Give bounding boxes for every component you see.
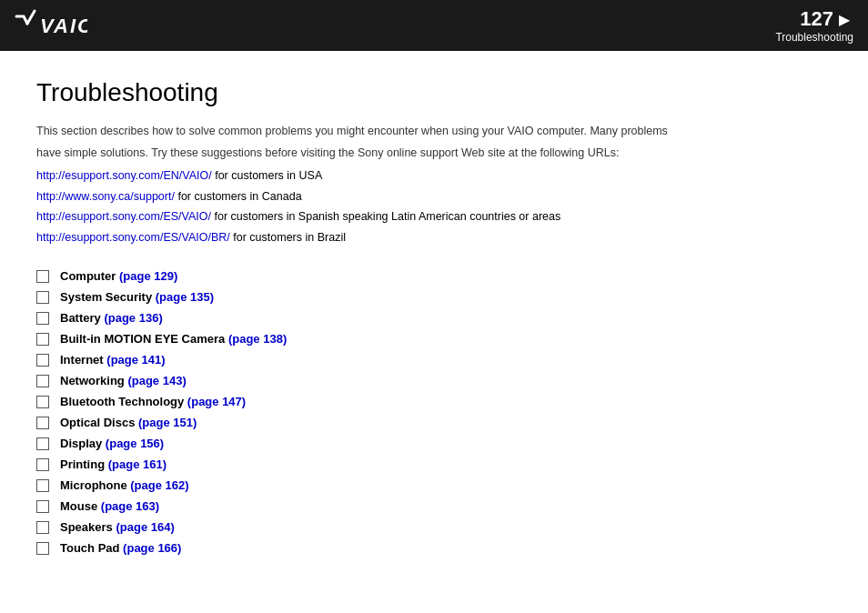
toc-checkbox <box>36 354 49 367</box>
toc-label: System Security <box>60 290 156 304</box>
toc-checkbox <box>36 521 49 534</box>
toc-page-ref[interactable]: (page 135) <box>156 290 214 304</box>
toc-text: Display (page 156) <box>60 437 164 450</box>
link-canada-suffix: for customers in Canada <box>175 190 302 203</box>
link-brazil-suffix: for customers in Brazil <box>230 231 346 244</box>
header-page-info: 127 ▶ Troubleshooting <box>775 7 853 44</box>
toc-checkbox <box>36 500 49 513</box>
link-line-2: http://www.sony.ca/support/ for customer… <box>36 186 832 207</box>
toc-label: Mouse <box>60 499 101 513</box>
page-title: Troubleshooting <box>36 78 832 107</box>
toc-page-ref[interactable]: (page 166) <box>123 541 181 555</box>
toc-text: Microphone (page 162) <box>60 478 189 492</box>
toc-page-ref[interactable]: (page 138) <box>228 332 287 346</box>
toc-checkbox <box>36 542 49 555</box>
toc-page-ref[interactable]: (page 151) <box>138 416 197 429</box>
toc-label: Computer <box>60 269 119 283</box>
toc-item: Printing (page 161) <box>36 457 832 471</box>
toc-text: Internet (page 141) <box>60 353 166 367</box>
link-line-3: http://esupport.sony.com/ES/VAIO/ for cu… <box>36 206 832 227</box>
toc-text: Printing (page 161) <box>60 457 167 471</box>
toc-page-ref[interactable]: (page 143) <box>127 374 186 387</box>
toc-page-ref[interactable]: (page 156) <box>106 437 164 450</box>
link-usa-suffix: for customers in USA <box>212 169 323 182</box>
link-canada[interactable]: http://www.sony.ca/support/ <box>36 190 175 203</box>
link-latin[interactable]: http://esupport.sony.com/ES/VAIO/ <box>36 210 211 223</box>
toc-text: Optical Discs (page 151) <box>60 416 197 429</box>
toc-checkbox <box>36 375 49 387</box>
toc-checkbox <box>36 417 49 429</box>
toc-text: Built-in MOTION EYE Camera (page 138) <box>60 332 287 346</box>
toc-item: Internet (page 141) <box>36 353 832 367</box>
toc-page-ref[interactable]: (page 147) <box>187 395 246 408</box>
toc-label: Microphone <box>60 478 130 492</box>
toc-checkbox <box>36 479 49 492</box>
toc-checkbox <box>36 270 49 283</box>
toc-item: Mouse (page 163) <box>36 499 832 513</box>
intro-text-line2: have simple solutions. Try these suggest… <box>36 144 832 162</box>
toc-label: Printing <box>60 457 108 471</box>
toc-checkbox <box>36 458 49 471</box>
toc-item: Microphone (page 162) <box>36 478 832 492</box>
toc-label: Battery <box>60 311 104 325</box>
toc-page-ref[interactable]: (page 136) <box>104 311 162 325</box>
toc-label: Built-in MOTION EYE Camera <box>60 332 228 346</box>
toc-page-ref[interactable]: (page 164) <box>116 520 174 534</box>
page-number: 127 <box>800 7 833 31</box>
arrow-icon: ▶ <box>839 11 850 28</box>
toc-item: Built-in MOTION EYE Camera (page 138) <box>36 332 832 346</box>
toc-label: Networking <box>60 374 127 387</box>
toc-text: Battery (page 136) <box>60 311 163 325</box>
toc-checkbox <box>36 333 49 346</box>
toc-text: Mouse (page 163) <box>60 499 159 513</box>
section-title: Troubleshooting <box>775 31 853 44</box>
toc-label: Display <box>60 437 106 450</box>
toc-item: Optical Discs (page 151) <box>36 416 832 429</box>
toc-item: Battery (page 136) <box>36 311 832 325</box>
content-area: Troubleshooting This section describes h… <box>0 51 868 589</box>
toc-item: Touch Pad (page 166) <box>36 541 832 555</box>
link-brazil[interactable]: http://esupport.sony.com/ES/VAIO/BR/ <box>36 231 230 244</box>
intro-text-line1: This section describes how to solve comm… <box>36 122 832 140</box>
toc-page-ref[interactable]: (page 163) <box>101 499 159 513</box>
toc-page-ref[interactable]: (page 162) <box>130 478 188 492</box>
link-line-4: http://esupport.sony.com/ES/VAIO/BR/ for… <box>36 227 832 248</box>
toc-text: System Security (page 135) <box>60 290 214 304</box>
toc-label: Internet <box>60 353 106 367</box>
toc-label: Bluetooth Technology <box>60 395 187 408</box>
toc-item: Networking (page 143) <box>36 374 832 387</box>
toc-page-ref[interactable]: (page 129) <box>119 269 177 283</box>
toc-page-ref[interactable]: (page 161) <box>108 457 167 471</box>
toc-label: Optical Discs <box>60 416 138 429</box>
toc-text: Speakers (page 164) <box>60 520 175 534</box>
header: VAIO 127 ▶ Troubleshooting <box>0 0 868 51</box>
toc-item: System Security (page 135) <box>36 290 832 304</box>
toc-item: Bluetooth Technology (page 147) <box>36 395 832 408</box>
toc-checkbox <box>36 291 49 304</box>
toc-checkbox <box>36 437 49 450</box>
toc-text: Bluetooth Technology (page 147) <box>60 395 246 408</box>
toc-item: Speakers (page 164) <box>36 520 832 534</box>
link-latin-suffix: for customers in Spanish speaking Latin … <box>211 210 560 223</box>
support-links: http://esupport.sony.com/EN/VAIO/ for cu… <box>36 166 832 247</box>
toc-text: Computer (page 129) <box>60 269 177 283</box>
toc-list: Computer (page 129)System Security (page… <box>36 269 832 555</box>
toc-checkbox <box>36 396 49 408</box>
toc-page-ref[interactable]: (page 141) <box>106 353 165 367</box>
toc-checkbox <box>36 312 49 325</box>
toc-item: Display (page 156) <box>36 437 832 450</box>
link-usa[interactable]: http://esupport.sony.com/EN/VAIO/ <box>36 169 212 182</box>
toc-text: Touch Pad (page 166) <box>60 541 181 555</box>
toc-text: Networking (page 143) <box>60 374 187 387</box>
vaio-logo: VAIO <box>15 9 87 42</box>
svg-text:VAIO: VAIO <box>40 15 87 37</box>
toc-item: Computer (page 129) <box>36 269 832 283</box>
toc-label: Touch Pad <box>60 541 123 555</box>
toc-label: Speakers <box>60 520 116 534</box>
link-line-1: http://esupport.sony.com/EN/VAIO/ for cu… <box>36 166 832 186</box>
